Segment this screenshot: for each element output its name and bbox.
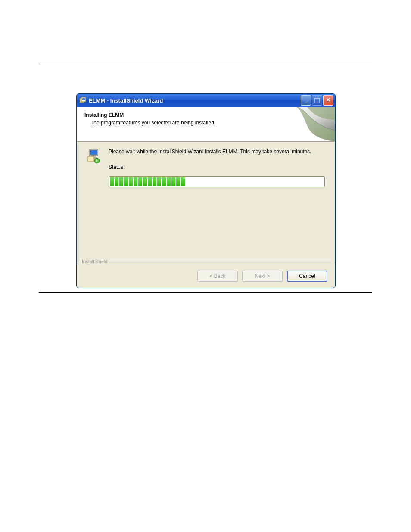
progress-chunk [110, 177, 114, 186]
progress-chunk [134, 177, 137, 186]
wizard-body: Please wait while the InstallShield Wiza… [77, 142, 335, 265]
progress-bar [109, 176, 325, 187]
cancel-button[interactable]: Cancel [287, 271, 327, 282]
progress-chunk [129, 177, 133, 186]
installshield-brand: InstallShield [80, 259, 109, 264]
progress-chunk [124, 177, 128, 186]
progress-chunk [171, 177, 175, 186]
progress-chunk [167, 177, 171, 186]
close-button[interactable] [323, 95, 333, 106]
progress-chunk [181, 177, 185, 186]
progress-chunk [162, 177, 166, 186]
progress-chunk [115, 177, 118, 186]
progress-chunk [176, 177, 180, 186]
progress-chunk [143, 177, 147, 186]
next-button: Next > [242, 271, 283, 282]
page-rule-top [39, 65, 372, 65]
progress-chunk [157, 177, 161, 186]
maximize-button [312, 95, 322, 106]
progress-chunk [119, 177, 123, 186]
back-button: < Back [197, 271, 238, 282]
window-title: ELMM - InstallShield Wizard [89, 97, 301, 104]
progress-chunk [153, 177, 156, 186]
installer-dialog: ELMM - InstallShield Wizard Installing E… [76, 93, 336, 288]
progress-chunk [148, 177, 152, 186]
svg-rect-2 [82, 98, 85, 100]
install-message: Please wait while the InstallShield Wiza… [109, 149, 325, 156]
page-rule-bottom [39, 292, 372, 293]
minimize-button[interactable] [301, 95, 311, 106]
install-progress-icon [87, 149, 103, 163]
progress-chunk [138, 177, 142, 186]
status-label: Status: [109, 164, 325, 170]
wizard-footer: < Back Next > Cancel [77, 265, 335, 288]
page-curl-decoration [283, 107, 335, 141]
svg-rect-4 [90, 150, 97, 155]
wizard-header: Installing ELMM The program features you… [77, 107, 335, 142]
legend-rule [109, 261, 331, 262]
titlebar[interactable]: ELMM - InstallShield Wizard [77, 94, 335, 107]
installer-icon [79, 97, 86, 104]
svg-rect-7 [88, 156, 94, 162]
